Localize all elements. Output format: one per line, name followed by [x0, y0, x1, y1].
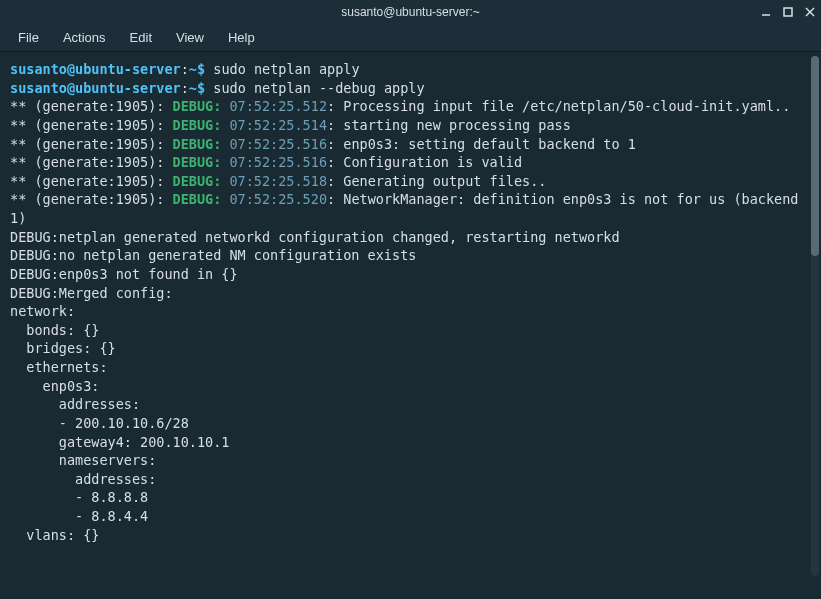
output-line: DEBUG:no netplan generated NM configurat…	[10, 246, 811, 265]
prompt-sep: :	[181, 61, 189, 77]
output-line: - 8.8.4.4	[10, 507, 811, 526]
menu-file[interactable]: File	[8, 26, 49, 49]
scrollbar-thumb[interactable]	[811, 56, 819, 256]
debug-line: ** (generate:1905): DEBUG: 07:52:25.520:…	[10, 190, 811, 227]
close-icon[interactable]	[803, 5, 817, 19]
menu-edit[interactable]: Edit	[120, 26, 162, 49]
output-line: - 200.10.10.6/28	[10, 414, 811, 433]
debug-timestamp: 07:52:25.518	[221, 173, 327, 189]
debug-keyword: DEBUG:	[173, 173, 222, 189]
prompt-userhost: susanto@ubuntu-server	[10, 61, 181, 77]
output-line: addresses:	[10, 470, 811, 489]
debug-prefix: ** (generate:1905):	[10, 173, 173, 189]
debug-prefix: ** (generate:1905):	[10, 136, 173, 152]
prompt-symbol: $	[197, 61, 205, 77]
output-line: ethernets:	[10, 358, 811, 377]
debug-keyword: DEBUG:	[173, 154, 222, 170]
debug-line: ** (generate:1905): DEBUG: 07:52:25.514:…	[10, 116, 811, 135]
command-text: sudo netplan apply	[213, 61, 359, 77]
debug-line: ** (generate:1905): DEBUG: 07:52:25.512:…	[10, 97, 811, 116]
svg-rect-1	[784, 8, 792, 16]
window-title: susanto@ubuntu-server:~	[341, 5, 480, 19]
menu-actions[interactable]: Actions	[53, 26, 116, 49]
debug-timestamp: 07:52:25.516	[221, 154, 327, 170]
debug-keyword: DEBUG:	[173, 117, 222, 133]
prompt-path: ~	[189, 80, 197, 96]
debug-timestamp: 07:52:25.514	[221, 117, 327, 133]
debug-message: : Configuration is valid	[327, 154, 522, 170]
debug-keyword: DEBUG:	[173, 136, 222, 152]
debug-line: ** (generate:1905): DEBUG: 07:52:25.518:…	[10, 172, 811, 191]
output-line: bridges: {}	[10, 339, 811, 358]
scrollbar[interactable]	[811, 56, 819, 576]
output-line: DEBUG:Merged config:	[10, 284, 811, 303]
minimize-icon[interactable]	[759, 5, 773, 19]
output-line: DEBUG:enp0s3 not found in {}	[10, 265, 811, 284]
output-line: DEBUG:netplan generated networkd configu…	[10, 228, 811, 247]
prompt-line: susanto@ubuntu-server:~$ sudo netplan --…	[10, 79, 811, 98]
menu-help[interactable]: Help	[218, 26, 265, 49]
debug-prefix: ** (generate:1905):	[10, 98, 173, 114]
debug-line: ** (generate:1905): DEBUG: 07:52:25.516:…	[10, 135, 811, 154]
debug-line: ** (generate:1905): DEBUG: 07:52:25.516:…	[10, 153, 811, 172]
output-line: bonds: {}	[10, 321, 811, 340]
terminal-output[interactable]: susanto@ubuntu-server:~$ sudo netplan ap…	[0, 52, 821, 599]
debug-timestamp: 07:52:25.520	[221, 191, 327, 207]
output-line: - 8.8.8.8	[10, 488, 811, 507]
prompt-userhost: susanto@ubuntu-server	[10, 80, 181, 96]
debug-message: : Processing input file /etc/netplan/50-…	[327, 98, 790, 114]
output-line: network:	[10, 302, 811, 321]
command-text: sudo netplan --debug apply	[213, 80, 424, 96]
debug-timestamp: 07:52:25.512	[221, 98, 327, 114]
debug-keyword: DEBUG:	[173, 98, 222, 114]
prompt-symbol: $	[197, 80, 205, 96]
debug-message: : starting new processing pass	[327, 117, 571, 133]
output-line: vlans: {}	[10, 526, 811, 545]
menubar: File Actions Edit View Help	[0, 24, 821, 52]
output-line: nameservers:	[10, 451, 811, 470]
debug-prefix: ** (generate:1905):	[10, 154, 173, 170]
debug-message: : Generating output files..	[327, 173, 546, 189]
menu-view[interactable]: View	[166, 26, 214, 49]
debug-message: : enp0s3: setting default backend to 1	[327, 136, 636, 152]
prompt-line: susanto@ubuntu-server:~$ sudo netplan ap…	[10, 60, 811, 79]
maximize-icon[interactable]	[781, 5, 795, 19]
output-line: enp0s3:	[10, 377, 811, 396]
debug-keyword: DEBUG:	[173, 191, 222, 207]
window-controls	[759, 0, 817, 24]
prompt-path: ~	[189, 61, 197, 77]
debug-prefix: ** (generate:1905):	[10, 117, 173, 133]
debug-prefix: ** (generate:1905):	[10, 191, 173, 207]
debug-timestamp: 07:52:25.516	[221, 136, 327, 152]
output-line: addresses:	[10, 395, 811, 414]
output-line: gateway4: 200.10.10.1	[10, 433, 811, 452]
prompt-sep: :	[181, 80, 189, 96]
titlebar: susanto@ubuntu-server:~	[0, 0, 821, 24]
